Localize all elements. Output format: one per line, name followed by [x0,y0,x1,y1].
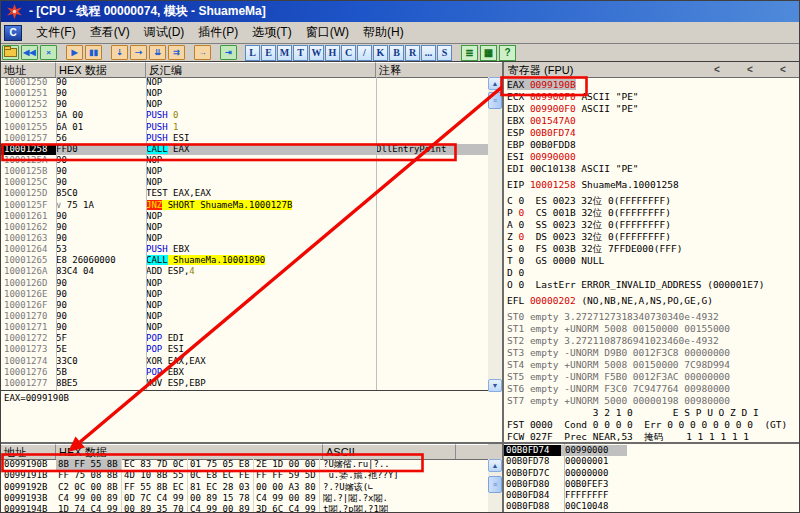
dump-scrollbar[interactable]: ▲ ≡ [488,459,502,513]
register-line[interactable]: O 0 LastErr ERROR_INVALID_ADDRESS (00000… [507,279,799,291]
scroll-thumb[interactable]: ≡ [488,476,502,493]
disasm-row[interactable]: 100012735EPOP ESI [1,344,488,355]
disasm-row[interactable]: 100012536A 00PUSH 0 [1,110,488,121]
disasm-row[interactable]: 1000125B90NOP [1,166,488,177]
letter-button-t[interactable]: T [293,45,308,61]
disasm-row[interactable]: 1000125090NOP [1,77,488,88]
register-line[interactable]: ESI 00990000 [507,151,799,163]
register-line[interactable]: P 0 CS 001B 32位 0(FFFFFFFF) [507,207,799,219]
disasm-row[interactable]: 1000126A83C4 04ADD ESP,4 [1,266,488,277]
letter-button-...[interactable]: ... [421,45,436,61]
register-line[interactable]: EBX 001547A0 [507,115,799,127]
register-line[interactable]: ST7 empty +UNORM 5000 00000198 00980000 [507,395,799,407]
letter-button-s[interactable]: S [437,45,452,61]
register-line[interactable]: A 0 SS 0023 32位 0(FFFFFFFF) [507,219,799,231]
scroll-down-button[interactable]: ▼ [488,379,502,392]
animate-into-button[interactable]: ⇊ [149,45,166,60]
disasm-row[interactable]: 1000125C90NOP [1,177,488,188]
dump-row[interactable]: 0099190B8B FF 55 8BEC 83 7D 0C01 75 05 E… [1,459,488,470]
step-over-button[interactable]: ⇢ [130,45,147,60]
register-line[interactable]: Z 0 DS 0023 32位 0(FFFFFFFF) [507,231,799,243]
pane-divider-vertical[interactable] [502,62,504,513]
chevron-left-icon[interactable]: < [780,63,786,77]
stack-row[interactable]: 00B0FD7C00000000 [504,468,800,479]
register-line[interactable]: ECX 009900F0 ASCII "PE" [507,91,799,103]
registers-body[interactable]: EAX 0099190BECX 009900F0 ASCII "PE"EDX 0… [507,79,799,442]
disasm-row[interactable]: 100012765BPOP EBX [1,367,488,378]
help-button[interactable]: ? [499,45,516,61]
stack-row[interactable]: 00B0FD7800000001 [504,456,800,467]
register-line[interactable]: S 0 FS 003B 32位 7FFDE000(FFF) [507,243,799,255]
register-line[interactable]: EBP 00B0FDD8 [507,139,799,151]
goto-button[interactable]: ⇥ [220,45,237,60]
appearance-button[interactable]: ▦ [480,45,497,61]
letter-button-e[interactable]: E [261,45,276,61]
disasm-row[interactable]: 1000126390NOP [1,233,488,244]
open-file-button[interactable] [2,45,19,60]
register-line[interactable]: FCW 027F Prec NEAR,53 掩码 1 1 1 1 1 1 [507,431,799,442]
disasm-row[interactable]: 1000125756PUSH ESI [1,133,488,144]
disasm-row[interactable]: 1000127090NOP [1,311,488,322]
disasm-row[interactable]: 1000126453PUSH EBX [1,244,488,255]
disasm-row[interactable]: 1000125D85C0TEST EAX,EAX [1,188,488,199]
letter-button-/[interactable]: / [357,45,372,61]
menu-item[interactable]: 文件(F) [29,22,82,43]
disasm-row[interactable]: 1000126190NOP [1,211,488,222]
disasm-row[interactable]: 100012778BE5MOV ESP,EBP [1,378,488,389]
register-line[interactable]: ST5 empty -UNORM F5B0 0012F3AC 00000000 [507,371,799,383]
letter-button-h[interactable]: H [325,45,340,61]
menu-item[interactable]: 插件(P) [191,22,245,43]
mdi-child-icon[interactable]: C [4,25,22,41]
register-line[interactable]: ST3 empty -UNORM D9B0 0012F3C8 00000000 [507,347,799,359]
menu-item[interactable]: 查看(V) [83,22,137,43]
disasm-row[interactable]: 1000125F∨ 75 1AJNZ SHORT ShuameMa.100012… [1,200,488,211]
menu-item[interactable]: 选项(T) [245,22,298,43]
letter-button-b[interactable]: B [389,45,404,61]
register-line[interactable]: EAX 0099190B [507,79,799,91]
menu-item[interactable]: 窗口(W) [299,22,356,43]
disasm-row[interactable]: 1000126F90NOP [1,300,488,311]
disasm-row[interactable]: 100012725FPOP EDI [1,333,488,344]
register-line[interactable]: ST4 empty +UNORM 5008 00150000 7C98D994 [507,359,799,371]
disasm-row[interactable]: 100012556A 01PUSH 1 [1,122,488,133]
animate-over-button[interactable]: ⇉ [168,45,185,60]
register-line[interactable]: FST 0000 Cond 0 0 0 0 Err 0 0 0 0 0 0 0 … [507,419,799,431]
disasm-row[interactable]: 1000125A90NOP [1,155,488,166]
letter-button-l[interactable]: L [245,45,260,61]
register-line[interactable]: 3 2 1 0 E S P U O Z D I [507,407,799,419]
scroll-thumb[interactable]: ≡ [488,92,502,109]
disasm-row[interactable]: 1000127190NOP [1,322,488,333]
register-line[interactable]: ST2 empty 3.2721108786941023460e-4932 [507,335,799,347]
register-line[interactable]: ESP 00B0FD74 [507,127,799,139]
dump-row[interactable]: 0099193BC4 99 00 890D 7C C4 9900 89 15 7… [1,493,488,504]
letter-button-m[interactable]: M [277,45,292,61]
stack-row[interactable]: 00B0FD8800C10048 [504,501,800,512]
register-line[interactable]: ST0 empty 3.2727127318340730340e-4932 [507,311,799,323]
disasm-row[interactable]: 1000125190NOP [1,88,488,99]
register-line[interactable]: D 0 [507,267,799,279]
register-line[interactable]: EDI 00C10138 ASCII "PE" [507,163,799,175]
stack-row[interactable]: 00B0FD8000B0FEF3 [504,479,800,490]
pane-divider-horizontal[interactable] [1,442,800,444]
chevron-left-icon[interactable]: < [747,63,753,77]
disasm-row[interactable]: 10001265E8 26060000CALL ShuameMa.1000189… [1,255,488,266]
disasm-row[interactable]: 1000126E90NOP [1,289,488,300]
scroll-up-button[interactable]: ▲ [488,77,502,90]
disasm-row[interactable]: 1000126290NOP [1,222,488,233]
register-line[interactable]: ST6 empty -UNORM F3C0 7C947764 00980000 [507,383,799,395]
run-button[interactable]: ▶ [66,45,83,60]
menu-item[interactable]: 调试(D) [137,22,192,43]
letter-button-r[interactable]: R [405,45,420,61]
log-window-button[interactable]: ≣ [461,45,478,61]
disasm-row[interactable]: 10001258FFD0CALL EAXDllEntryPoint [1,144,488,155]
menu-item[interactable]: 帮助(H) [356,22,411,43]
dump-row[interactable]: 0099191BFF 75 08 8B4D 10 8B 550C E8 EC F… [1,470,488,481]
stack-row[interactable]: 00B0FD7400990000 [504,445,800,456]
chevron-left-icon[interactable]: < [714,63,720,77]
register-line[interactable]: ST1 empty +UNORM 5008 00150000 00155000 [507,323,799,335]
register-line[interactable]: T 0 GS 0000 NULL [507,255,799,267]
step-into-button[interactable]: ⇣ [111,45,128,60]
scroll-up-button[interactable]: ▲ [488,459,502,472]
disasm-scrollbar[interactable]: ▲ ≡ ▼ [488,77,502,392]
disasm-row[interactable]: 1000125290NOP [1,99,488,110]
